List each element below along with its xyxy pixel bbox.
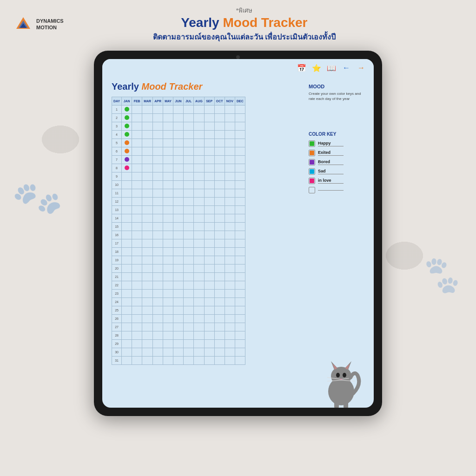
mood-cell[interactable] [225, 122, 235, 131]
mood-cell[interactable] [163, 315, 173, 323]
mood-cell[interactable] [214, 139, 225, 147]
mood-cell[interactable] [132, 139, 142, 147]
mood-cell[interactable] [142, 348, 153, 357]
mood-cell[interactable] [225, 206, 235, 214]
mood-cell[interactable] [173, 181, 184, 189]
mood-cell[interactable] [235, 256, 245, 264]
mood-cell[interactable] [184, 323, 194, 331]
mood-cell[interactable] [163, 357, 173, 365]
mood-cell[interactable] [204, 298, 214, 306]
mood-cell[interactable] [163, 239, 173, 248]
mood-cell[interactable] [122, 139, 132, 147]
mood-cell[interactable] [214, 264, 225, 273]
mood-cell[interactable] [163, 290, 173, 298]
mood-cell[interactable] [184, 189, 194, 198]
mood-cell[interactable] [204, 206, 214, 214]
mood-cell[interactable] [122, 114, 132, 122]
mood-cell[interactable] [184, 223, 194, 231]
mood-cell[interactable] [163, 189, 173, 198]
mood-cell[interactable] [142, 323, 153, 331]
mood-cell[interactable] [235, 298, 245, 306]
mood-cell[interactable] [235, 164, 245, 172]
mood-cell[interactable] [184, 264, 194, 273]
mood-cell[interactable] [184, 139, 194, 147]
mood-cell[interactable] [173, 122, 184, 131]
mood-cell[interactable] [132, 273, 142, 281]
mood-cell[interactable] [132, 298, 142, 306]
mood-cell[interactable] [153, 298, 163, 306]
mood-cell[interactable] [204, 323, 214, 331]
mood-cell[interactable] [214, 239, 225, 248]
mood-cell[interactable] [194, 223, 205, 231]
mood-cell[interactable] [142, 340, 153, 348]
mood-cell[interactable] [214, 156, 225, 164]
mood-cell[interactable] [132, 331, 142, 340]
mood-cell[interactable] [194, 181, 205, 189]
mood-cell[interactable] [163, 172, 173, 181]
mood-cell[interactable] [153, 357, 163, 365]
mood-cell[interactable] [153, 273, 163, 281]
mood-cell[interactable] [225, 156, 235, 164]
mood-cell[interactable] [225, 290, 235, 298]
mood-cell[interactable] [173, 281, 184, 290]
mood-cell[interactable] [153, 206, 163, 214]
mood-cell[interactable] [122, 340, 132, 348]
mood-cell[interactable] [225, 256, 235, 264]
mood-cell[interactable] [194, 256, 205, 264]
mood-cell[interactable] [214, 231, 225, 239]
mood-cell[interactable] [153, 147, 163, 156]
mood-cell[interactable] [142, 131, 153, 139]
mood-cell[interactable] [184, 348, 194, 357]
mood-cell[interactable] [142, 281, 153, 290]
arrow-right-icon[interactable]: → [356, 63, 366, 73]
mood-cell[interactable] [204, 189, 214, 198]
mood-cell[interactable] [173, 223, 184, 231]
mood-cell[interactable] [142, 122, 153, 131]
mood-cell[interactable] [225, 139, 235, 147]
mood-cell[interactable] [184, 306, 194, 315]
mood-cell[interactable] [204, 131, 214, 139]
mood-cell[interactable] [194, 290, 205, 298]
star-icon[interactable]: ⭐ [311, 63, 322, 73]
mood-cell[interactable] [132, 114, 142, 122]
mood-cell[interactable] [142, 181, 153, 189]
mood-cell[interactable] [153, 315, 163, 323]
mood-cell[interactable] [153, 348, 163, 357]
mood-cell[interactable] [122, 290, 132, 298]
mood-cell[interactable] [204, 147, 214, 156]
mood-cell[interactable] [204, 181, 214, 189]
mood-cell[interactable] [173, 264, 184, 273]
mood-cell[interactable] [194, 348, 205, 357]
mood-cell[interactable] [204, 315, 214, 323]
mood-cell[interactable] [194, 264, 205, 273]
mood-cell[interactable] [122, 131, 132, 139]
mood-cell[interactable] [214, 206, 225, 214]
mood-cell[interactable] [204, 214, 214, 223]
mood-cell[interactable] [142, 206, 153, 214]
mood-cell[interactable] [122, 156, 132, 164]
mood-cell[interactable] [194, 206, 205, 214]
mood-cell[interactable] [173, 273, 184, 281]
mood-cell[interactable] [184, 290, 194, 298]
mood-cell[interactable] [173, 331, 184, 340]
mood-cell[interactable] [122, 206, 132, 214]
mood-cell[interactable] [214, 340, 225, 348]
mood-cell[interactable] [225, 198, 235, 206]
mood-cell[interactable] [194, 340, 205, 348]
mood-cell[interactable] [225, 231, 235, 239]
mood-cell[interactable] [184, 181, 194, 189]
mood-cell[interactable] [163, 348, 173, 357]
mood-cell[interactable] [173, 290, 184, 298]
mood-cell[interactable] [132, 122, 142, 131]
mood-cell[interactable] [194, 214, 205, 223]
mood-cell[interactable] [194, 357, 205, 365]
mood-cell[interactable] [173, 114, 184, 122]
mood-cell[interactable] [235, 131, 245, 139]
mood-cell[interactable] [235, 248, 245, 256]
mood-cell[interactable] [163, 306, 173, 315]
mood-cell[interactable] [122, 256, 132, 264]
mood-cell[interactable] [173, 189, 184, 198]
mood-cell[interactable] [142, 189, 153, 198]
mood-cell[interactable] [225, 147, 235, 156]
mood-cell[interactable] [235, 231, 245, 239]
